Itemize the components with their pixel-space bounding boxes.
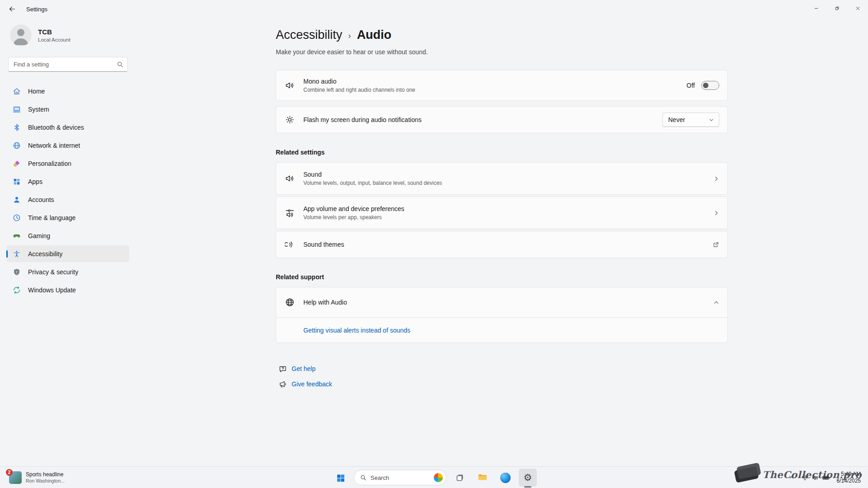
- page-title: Audio: [357, 28, 391, 42]
- chevron-right-icon: [713, 176, 719, 182]
- clock[interactable]: 5:49 AM 6/14/2025: [834, 469, 863, 487]
- main-panel: Accessibility › Audio Make your device e…: [136, 18, 868, 466]
- mono-audio-description: Combine left and right audio channels in…: [303, 87, 415, 93]
- system-icon: [13, 105, 21, 113]
- gaming-icon: [13, 232, 21, 240]
- chevron-up-icon: [713, 300, 719, 305]
- app-volume-title: App volume and device preferences: [303, 205, 404, 212]
- get-help-link[interactable]: Get help: [278, 363, 728, 375]
- start-button[interactable]: [331, 469, 349, 487]
- external-link-icon: [712, 241, 719, 248]
- edge-button[interactable]: [496, 469, 514, 487]
- help-with-audio-title: Help with Audio: [303, 299, 347, 306]
- running-app-indicator: [524, 486, 532, 488]
- notification-badge: 2: [6, 469, 13, 476]
- personalization-icon: [13, 160, 21, 168]
- sidebar-item-network-internet[interactable]: Network & internet: [6, 137, 129, 154]
- related-settings-group: Sound Volume levels, output, input, bala…: [276, 162, 728, 258]
- close-button[interactable]: [847, 0, 868, 16]
- find-setting-input[interactable]: [8, 57, 127, 72]
- sidebar-item-accounts[interactable]: Accounts: [6, 191, 129, 208]
- clock-time: 5:49 AM: [841, 471, 861, 478]
- feedback-megaphone-icon: [278, 380, 287, 389]
- news-thumbnail: 2: [9, 471, 22, 484]
- minimize-button[interactable]: [806, 0, 826, 16]
- user-name: TCB: [38, 28, 71, 36]
- flash-screen-icon: [284, 115, 295, 125]
- page-description: Make your device easier to hear or use w…: [276, 48, 728, 56]
- taskbar-center: Search ⚙: [331, 467, 537, 488]
- windows-logo-icon: [336, 474, 344, 482]
- search-icon: [360, 474, 367, 481]
- time-language-icon: [13, 214, 21, 222]
- sidebar-item-home[interactable]: Home: [6, 83, 129, 99]
- selected-indicator: [6, 250, 8, 258]
- file-explorer-button[interactable]: [474, 469, 492, 487]
- widgets-button[interactable]: 2 Sports headline Ron Washington...: [5, 467, 68, 488]
- network-volume-battery-button[interactable]: [798, 469, 833, 486]
- back-button[interactable]: [4, 2, 21, 16]
- taskbar-search[interactable]: Search: [354, 470, 447, 485]
- breadcrumb: Accessibility › Audio: [276, 28, 728, 42]
- related-settings-heading: Related settings: [276, 149, 728, 156]
- chevron-up-icon: [788, 474, 795, 481]
- privacy-security-icon: [13, 268, 21, 276]
- windows-update-icon: [13, 286, 21, 294]
- mono-audio-toggle[interactable]: [701, 81, 719, 90]
- home-icon: [13, 87, 21, 95]
- related-support-heading: Related support: [276, 273, 728, 281]
- flash-screen-setting: Flash my screen during audio notificatio…: [276, 106, 728, 133]
- sidebar-item-apps[interactable]: Apps: [6, 173, 129, 190]
- sidebar-item-accessibility[interactable]: Accessibility: [6, 245, 129, 262]
- user-account-type: Local Account: [38, 37, 71, 42]
- app-volume-icon: [284, 208, 295, 218]
- hidden-icons-button[interactable]: [786, 469, 797, 486]
- speaker-icon: [284, 174, 295, 183]
- help-with-audio-header[interactable]: Help with Audio: [276, 287, 727, 317]
- sound-title: Sound: [303, 171, 442, 178]
- globe-icon: [284, 297, 295, 307]
- task-view-button[interactable]: [451, 469, 469, 487]
- give-feedback-link[interactable]: Give feedback: [278, 378, 728, 390]
- sound-themes-icon: [284, 239, 295, 249]
- settings-sidebar: TCB Local Account Home System Bluetooth …: [0, 18, 136, 466]
- battery-icon: [822, 474, 830, 482]
- edge-icon: [500, 473, 510, 483]
- speaker-icon: [284, 80, 295, 90]
- help-links: Getting visual alerts instead of sounds: [276, 317, 727, 343]
- user-account[interactable]: TCB Local Account: [6, 23, 129, 48]
- sidebar-item-gaming[interactable]: Gaming: [6, 227, 129, 244]
- breadcrumb-accessibility[interactable]: Accessibility: [276, 28, 342, 42]
- folder-icon: [478, 473, 488, 483]
- app-volume-link[interactable]: App volume and device preferences Volume…: [276, 197, 728, 229]
- volume-icon: [811, 474, 819, 482]
- sidebar-nav: Home System Bluetooth & devices Network …: [6, 83, 129, 298]
- task-view-icon: [456, 473, 465, 482]
- mono-audio-setting: Mono audio Combine left and right audio …: [276, 70, 728, 101]
- mono-audio-title: Mono audio: [303, 78, 415, 85]
- toggle-state-label: Off: [687, 82, 695, 89]
- sound-themes-title: Sound themes: [303, 241, 344, 248]
- widget-headline: Sports headline: [26, 471, 65, 478]
- sound-settings-link[interactable]: Sound Volume levels, output, input, bala…: [276, 162, 728, 195]
- sidebar-item-personalization[interactable]: Personalization: [6, 155, 129, 172]
- back-arrow-icon: [9, 5, 16, 13]
- sound-description: Volume levels, output, input, balance le…: [303, 180, 442, 186]
- help-link-visual-alerts[interactable]: Getting visual alerts instead of sounds: [303, 327, 410, 334]
- sidebar-item-privacy-security[interactable]: Privacy & security: [6, 263, 129, 280]
- bluetooth-icon: [13, 123, 21, 131]
- system-tray: 5:49 AM 6/14/2025: [786, 467, 863, 488]
- sidebar-item-system[interactable]: System: [6, 101, 129, 117]
- flash-screen-dropdown[interactable]: Never: [662, 113, 719, 127]
- accounts-icon: [13, 196, 21, 204]
- search-icon: [117, 61, 123, 68]
- titlebar: Settings: [0, 0, 868, 18]
- restore-button[interactable]: [826, 0, 847, 16]
- settings-taskbar-button[interactable]: ⚙: [519, 469, 537, 487]
- sound-themes-link[interactable]: Sound themes: [276, 231, 728, 258]
- sidebar-item-windows-update[interactable]: Windows Update: [6, 282, 129, 298]
- accessibility-icon: [13, 250, 21, 258]
- sidebar-item-bluetooth-devices[interactable]: Bluetooth & devices: [6, 119, 129, 136]
- search-placeholder: Search: [371, 474, 429, 481]
- sidebar-item-time-language[interactable]: Time & language: [6, 209, 129, 226]
